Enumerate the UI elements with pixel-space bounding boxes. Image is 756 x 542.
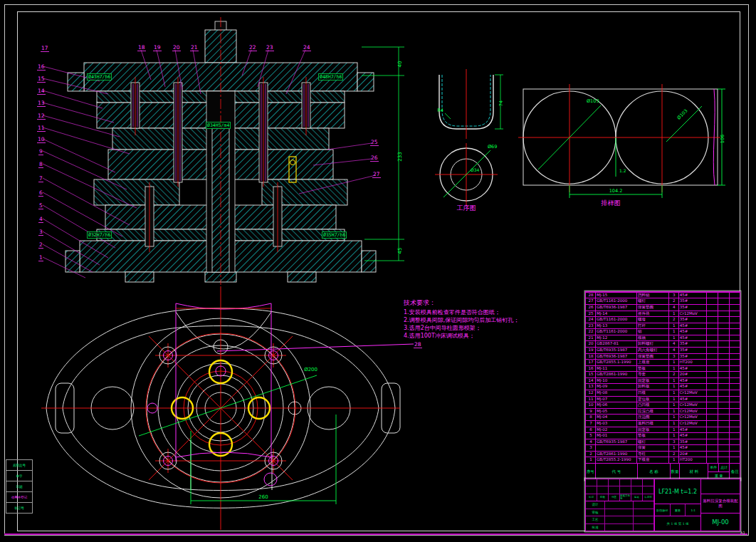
bom-cell bbox=[707, 408, 718, 415]
bom-cell bbox=[718, 298, 730, 304]
bom-row-16: 16MJ-11垫板145# bbox=[586, 365, 740, 372]
bom-row-24: 24GB/T1161-2000螺母235# bbox=[586, 316, 740, 323]
bom-cell bbox=[730, 304, 740, 311]
revision-cell bbox=[643, 486, 654, 493]
balloon-12: 12 bbox=[37, 113, 46, 120]
signature-label: 审核 bbox=[586, 509, 605, 516]
bom-row-15: 15GB/T2861-1990导套220# bbox=[586, 371, 740, 377]
bom-cell bbox=[707, 390, 718, 396]
bom-cell: Cr12MoV bbox=[679, 408, 707, 415]
bom-cell: 1 bbox=[669, 414, 679, 420]
revision-cell bbox=[586, 479, 597, 486]
bom-cell bbox=[730, 335, 740, 341]
bom-cell: 挡料销 bbox=[637, 292, 669, 298]
bom-cell bbox=[730, 444, 740, 451]
bom-cell: 3 bbox=[669, 292, 679, 298]
title-block-blank-cell bbox=[701, 479, 740, 494]
tech-requirement-1: 1.安装模具前检查零件是否符合图纸； bbox=[404, 308, 557, 316]
bom-header-name: 名 称 bbox=[638, 464, 671, 479]
bom-cell: 45# bbox=[679, 432, 707, 439]
bom-row-9: 9MJ-05拉深凸模1Cr12MoV bbox=[586, 408, 740, 415]
bom-cell bbox=[718, 347, 730, 353]
margin-strip-row: 装订号 bbox=[6, 503, 33, 514]
balloon-6: 6 bbox=[38, 190, 43, 197]
fit-label-0: Ø43H7/h6 bbox=[87, 73, 112, 80]
fit-label-2: Ø34H5/m4 bbox=[206, 122, 231, 129]
balloon-26: 26 bbox=[370, 155, 379, 162]
bom-cell bbox=[730, 420, 740, 427]
bom-header-total: 总计 bbox=[719, 464, 729, 471]
bom-cell: 45# bbox=[679, 365, 707, 372]
strip-layout-view: Ø103 Ø103 1.2 104.2 106 排样图 bbox=[513, 78, 726, 210]
bom-cell bbox=[730, 439, 740, 445]
bom-cell: 1 bbox=[586, 457, 596, 463]
bom-cell bbox=[707, 292, 718, 298]
bom-cell bbox=[730, 340, 740, 347]
balloon-25: 25 bbox=[370, 140, 379, 146]
revision-cell bbox=[609, 479, 620, 486]
process-view: 74 R4 Ø69 Ø34 工序图 bbox=[424, 68, 509, 221]
bom-cell: GB/T1161-2000 bbox=[596, 316, 637, 323]
bom-cell bbox=[718, 439, 730, 445]
bom-cell: 25 bbox=[586, 311, 596, 317]
bom-cell: 1 bbox=[669, 402, 679, 408]
bom-cell: 13 bbox=[586, 383, 596, 390]
signature-label: 设计 bbox=[586, 501, 605, 509]
balloon-23: 23 bbox=[266, 45, 274, 51]
bom-cell bbox=[730, 377, 740, 384]
bom-cell: 21 bbox=[586, 335, 596, 341]
signature-row: 审核 bbox=[586, 509, 654, 517]
bom-cell bbox=[707, 304, 718, 311]
balloon-18: 18 bbox=[137, 45, 146, 51]
bom-cell: MJ-01 bbox=[596, 432, 637, 439]
dim-strip-width: 106 bbox=[720, 135, 725, 143]
bom-cell: 28 bbox=[586, 292, 596, 298]
bom-cell: 24 bbox=[586, 316, 596, 323]
bom-header-material: 材 料 bbox=[680, 464, 708, 479]
bom-cell: 17 bbox=[586, 359, 596, 365]
bom-header-qty: 数量 bbox=[671, 464, 681, 479]
bom-cell bbox=[718, 444, 730, 451]
bom-cell: 20 bbox=[586, 340, 596, 347]
title-block-revision-area: 标记处数分区更改文件号签名年月日 设计审核工艺批准 bbox=[586, 479, 655, 531]
bom-cell: 3 bbox=[669, 439, 679, 445]
bom-cell: 19 bbox=[586, 347, 596, 353]
dim-overall-width: 260 bbox=[258, 494, 268, 500]
bom-cell bbox=[718, 323, 730, 329]
bom-cell: GB/T6936-1987 bbox=[596, 353, 637, 360]
bom-cell bbox=[730, 298, 740, 304]
bom-cell bbox=[707, 427, 718, 433]
bom-cell: MJ-05 bbox=[596, 408, 637, 415]
bom-cell: 45# bbox=[679, 292, 707, 298]
bom-cell: 弹簧垫圈 bbox=[637, 353, 669, 360]
bom-cell bbox=[730, 311, 740, 317]
bom-cell: 45# bbox=[679, 427, 707, 433]
bom-cell: 6 bbox=[586, 427, 596, 433]
bom-cell bbox=[707, 451, 718, 457]
margin-strip-row: 底图总号 bbox=[6, 459, 33, 471]
revision-cell bbox=[597, 479, 609, 486]
bom-cell: 11 bbox=[586, 396, 596, 402]
bom-cell: 1 bbox=[669, 396, 679, 402]
bom-cell bbox=[730, 408, 740, 415]
bom-cell: 销 bbox=[637, 328, 669, 335]
bom-cell: 1 bbox=[669, 323, 679, 329]
bom-cell: MJ-07 bbox=[596, 396, 637, 402]
bom-cell bbox=[707, 311, 718, 317]
margin-strip-row: 借用件登记 bbox=[6, 492, 33, 503]
bom-cell bbox=[718, 292, 730, 298]
dim-cup-inner-dia: Ø34 bbox=[471, 167, 480, 172]
bom-cell: 35# bbox=[679, 439, 707, 445]
revision-cell bbox=[631, 486, 643, 493]
bom-cell: 1 bbox=[669, 365, 679, 372]
revision-cell: 更改文件号 bbox=[620, 494, 631, 501]
bom-cell: 14 bbox=[586, 377, 596, 384]
drawing-number: MJ-00 bbox=[701, 514, 740, 531]
bom-row-12: 12MJ-08凹模1Cr12MoV bbox=[586, 390, 740, 396]
signature-date bbox=[634, 516, 654, 523]
bom-cell bbox=[730, 383, 740, 390]
bom-row-8: 8MJ-04压边圈1Cr12MoV bbox=[586, 414, 740, 420]
bom-cell bbox=[718, 371, 730, 377]
sheet-bottom-line bbox=[4, 533, 747, 535]
bom-cell bbox=[707, 365, 718, 372]
